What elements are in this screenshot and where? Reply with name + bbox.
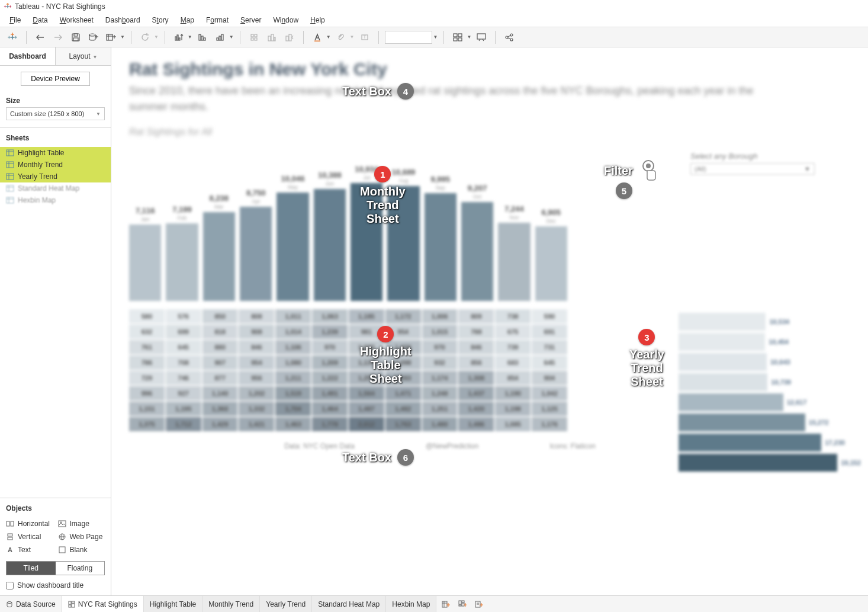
worksheet-tab[interactable]: Standard Heat Map — [312, 596, 386, 612]
menu-server[interactable]: Server — [234, 15, 267, 25]
show-me-icon[interactable] — [450, 30, 465, 45]
menu-window[interactable]: Window — [267, 15, 304, 25]
svg-rect-101 — [459, 605, 461, 606]
dropdown-caret-icon[interactable]: ▼ — [229, 34, 234, 40]
svg-line-59 — [508, 38, 510, 39]
worksheet-tab[interactable]: Hexbin Map — [386, 596, 436, 612]
toolbar: ▼ ▼ ▼ ▼ ▼ ▼ T ▼ ▼ — [0, 27, 868, 47]
monthly-bar-chart: 7,116Jan7,199Feb8,238Mar8,750Apr10,046Ma… — [129, 159, 567, 301]
show-dashboard-title-checkbox[interactable]: Show dashboard title — [6, 581, 105, 589]
menu-help[interactable]: Help — [304, 15, 331, 25]
svg-rect-22 — [107, 34, 112, 40]
dropdown-caret-icon[interactable]: ▼ — [467, 34, 471, 40]
svg-point-57 — [510, 39, 513, 41]
svg-rect-43 — [286, 36, 288, 41]
sheet-item[interactable]: Hexbin Map — [0, 194, 111, 206]
menubar: File Data Worksheet Dashboard Story Map … — [0, 13, 868, 27]
menu-data[interactable]: Data — [27, 15, 53, 25]
worksheet-tab[interactable]: Monthly Trend — [202, 596, 260, 612]
menu-format[interactable]: Format — [200, 15, 234, 25]
save-icon[interactable] — [68, 30, 83, 45]
svg-rect-39 — [255, 38, 257, 40]
new-worksheet-icon[interactable] — [104, 30, 119, 45]
group-icon[interactable] — [264, 30, 279, 45]
floating-button[interactable]: Floating — [56, 562, 105, 575]
sidebar-tab-layout[interactable]: Layout▼ — [55, 47, 111, 65]
menu-map[interactable]: Map — [175, 15, 200, 25]
sheet-item[interactable]: Highlight Table — [0, 147, 111, 159]
sheets-list: Highlight TableMonthly TrendYearly Trend… — [0, 145, 111, 209]
svg-rect-31 — [201, 36, 203, 40]
totals-icon[interactable] — [282, 30, 297, 45]
tiled-button[interactable]: Tiled — [7, 562, 56, 575]
svg-rect-72 — [7, 197, 14, 203]
redo-icon[interactable] — [50, 30, 66, 45]
sort-asc-icon[interactable] — [195, 30, 210, 45]
object-vertical[interactable]: Vertical — [6, 531, 53, 542]
svg-point-56 — [510, 34, 513, 36]
text-format-icon[interactable] — [310, 30, 325, 45]
swap-icon[interactable] — [171, 30, 187, 45]
undo-icon[interactable] — [33, 30, 48, 45]
bottom-tabs: Data Source NYC Rat SightingsHighlight T… — [0, 595, 868, 612]
menu-story[interactable]: Story — [146, 15, 175, 25]
svg-rect-89 — [69, 601, 71, 604]
svg-rect-79 — [8, 534, 12, 536]
object-image[interactable]: Image — [58, 518, 105, 529]
sheet-icon — [6, 197, 14, 204]
dropdown-caret-icon[interactable]: ▼ — [120, 34, 125, 40]
worksheet-tab[interactable]: NYC Rat Sightings — [62, 596, 144, 612]
worksheet-tab[interactable]: Yearly Trend — [260, 596, 312, 612]
object-text[interactable]: AText — [6, 544, 53, 555]
worksheet-tab[interactable]: Highlight Table — [144, 596, 203, 612]
dropdown-caret-icon[interactable]: ▼ — [188, 34, 192, 40]
filter-control[interactable]: Select any Borough (All)▼ — [690, 152, 815, 175]
sort-desc-icon[interactable] — [213, 30, 228, 45]
svg-rect-85 — [59, 547, 65, 553]
label-icon[interactable]: T — [357, 30, 372, 45]
svg-rect-98 — [459, 601, 461, 604]
object-blank[interactable]: Blank — [58, 544, 105, 555]
titlebar: Tableau - NYC Rat Sightings — [0, 0, 868, 13]
svg-rect-75 — [7, 521, 9, 526]
menu-worksheet[interactable]: Worksheet — [54, 15, 99, 25]
menu-dashboard[interactable]: Dashboard — [99, 15, 146, 25]
device-preview-button[interactable]: Device Preview — [21, 72, 90, 86]
dropdown-caret-icon[interactable]: ▼ — [433, 34, 438, 40]
new-data-source-icon[interactable] — [86, 30, 101, 45]
dashboard-canvas[interactable]: Rat Sightings in New York City Since 201… — [111, 47, 868, 595]
svg-rect-90 — [72, 601, 75, 603]
sheet-item[interactable]: Monthly Trend — [0, 159, 111, 171]
fit-dropdown[interactable] — [385, 31, 432, 44]
svg-rect-91 — [72, 604, 75, 607]
new-dashboard-tab-icon[interactable] — [456, 598, 468, 610]
svg-rect-49 — [458, 34, 462, 37]
new-story-tab-icon[interactable] — [473, 598, 485, 610]
svg-rect-32 — [204, 38, 205, 40]
svg-rect-76 — [11, 521, 14, 526]
svg-rect-30 — [199, 34, 201, 40]
clip-icon[interactable] — [333, 30, 349, 45]
share-icon[interactable] — [501, 30, 517, 45]
sheet-item[interactable]: Yearly Trend — [0, 171, 111, 182]
svg-rect-42 — [274, 37, 275, 41]
svg-rect-27 — [175, 37, 176, 40]
dropdown-caret-icon[interactable]: ▼ — [326, 34, 331, 40]
sidebar-tab-dashboard[interactable]: Dashboard — [0, 47, 55, 65]
new-worksheet-tab-icon[interactable] — [440, 598, 452, 610]
object-horizontal[interactable]: Horizontal — [6, 518, 53, 529]
sheet-item[interactable]: Standard Heat Map — [0, 182, 111, 194]
refresh-icon[interactable] — [137, 30, 153, 45]
tab-data-source[interactable]: Data Source — [0, 596, 62, 612]
tableau-home-icon[interactable] — [5, 30, 20, 45]
menu-file[interactable]: File — [4, 15, 27, 25]
presentation-icon[interactable] — [474, 30, 489, 45]
size-dropdown[interactable]: Custom size (1250 x 800)▼ — [6, 107, 105, 120]
size-label: Size — [0, 92, 111, 107]
highlight-icon[interactable] — [246, 30, 262, 45]
object-webpage[interactable]: Web Page — [58, 531, 105, 542]
svg-rect-93 — [442, 601, 447, 607]
svg-text:A: A — [8, 546, 12, 553]
footer-credits: Data: NYC Open Data @NewPrediction Icons… — [129, 442, 751, 450]
svg-rect-92 — [69, 605, 71, 607]
